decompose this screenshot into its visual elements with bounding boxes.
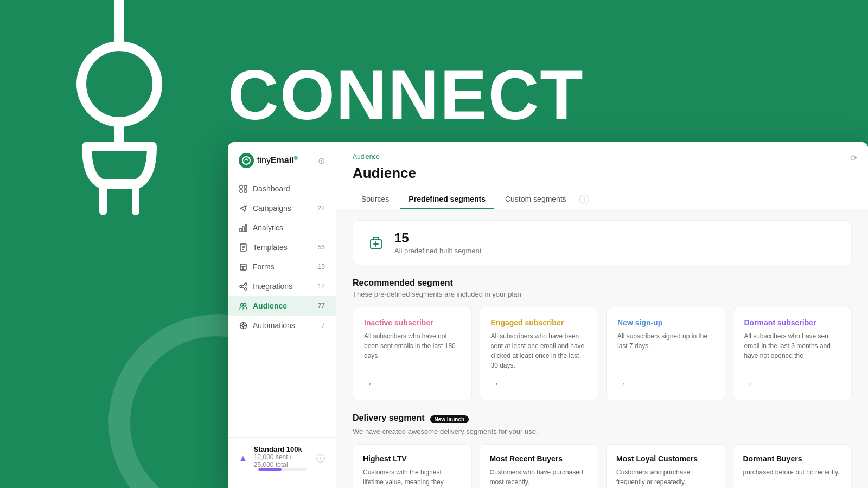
recent-buyers-title: Most Recent Buyers [490, 454, 589, 463]
delivery-subtitle: We have created awesome delivery segment… [353, 427, 852, 435]
tab-predefined[interactable]: Predefined segments [400, 190, 494, 209]
plan-icon: ▲ [239, 453, 247, 463]
svg-line-23 [242, 284, 245, 286]
svg-rect-9 [244, 190, 247, 192]
svg-point-5 [242, 157, 250, 164]
card-signup-title: New sign-up [617, 318, 714, 327]
card-engaged-subscriber[interactable]: Engaged subscriber All subscribers who h… [480, 307, 599, 400]
audience-icon [239, 301, 247, 310]
segment-count-icon [366, 233, 386, 253]
automations-icon [239, 321, 247, 330]
card-most-loyal-customers[interactable]: Most Loyal Customers Customers who purch… [606, 444, 725, 488]
plan-progress-bar [258, 468, 282, 471]
card-inactive-desc: All subscribers who have not been sent e… [364, 331, 461, 370]
logo-text: tinyEmail® [257, 155, 298, 165]
settings-icon[interactable]: ⊙ [318, 156, 325, 166]
main-content: Audience Audience Sources Predefined seg… [336, 142, 868, 488]
ltv-desc: Customers with the highest lifetime valu… [363, 467, 462, 488]
card-inactive-subscriber[interactable]: Inactive subscriber All subscribers who … [353, 307, 472, 400]
plan-progress [258, 468, 307, 471]
segment-count-label: All predefined built segment [394, 247, 481, 255]
plan-info-icon[interactable]: i [316, 454, 325, 463]
forms-label: Forms [253, 262, 275, 271]
sidebar-logo: tinyEmail® ⊙ [228, 153, 336, 179]
content-body: 15 All predefined built segment Recommen… [336, 209, 868, 488]
card-dormant-arrow: → [744, 379, 841, 389]
forms-badge: 19 [318, 263, 325, 271]
background: CONNECT tinyEmail® ⊙ [0, 0, 868, 488]
loyal-desc: Customers who purchase frequently or rep… [616, 467, 715, 487]
campaigns-icon [239, 204, 247, 213]
page-title: Audience [353, 165, 852, 182]
card-engaged-arrow: → [491, 379, 588, 389]
forms-icon [239, 262, 247, 271]
campaigns-badge: 22 [318, 204, 325, 212]
card-highest-ltv[interactable]: Highest LTV Customers with the highest l… [353, 444, 472, 488]
delivery-header: Delivery segment New launch [353, 413, 852, 425]
content-header: Audience Audience Sources Predefined seg… [336, 142, 868, 209]
svg-line-24 [242, 287, 245, 289]
sidebar-item-forms[interactable]: Forms 19 [228, 257, 336, 277]
plan-name: Standard 100k [254, 445, 307, 453]
sidebar-item-templates[interactable]: Templates 56 [228, 237, 336, 257]
dashboard-icon [239, 184, 247, 193]
tab-info-icon[interactable]: i [579, 195, 589, 204]
integrations-icon [239, 282, 247, 291]
integrations-badge: 12 [318, 282, 325, 290]
refresh-icon[interactable]: ⟳ [850, 153, 857, 163]
sidebar-item-campaigns[interactable]: Campaigns 22 [228, 198, 336, 218]
automations-label: Automations [253, 321, 295, 330]
plan-bar: ▲ Standard 100k 12,000 sent / 25,000 tot… [228, 437, 336, 478]
card-dormant-buyers[interactable]: Dormant Buyers purchased before but no r… [733, 444, 852, 488]
templates-badge: 56 [318, 243, 325, 251]
recommended-cards-row: Inactive subscriber All subscribers who … [353, 307, 852, 400]
templates-label: Templates [253, 243, 288, 252]
card-signup-arrow: → [617, 379, 714, 389]
card-dormant-title: Dormant subscriber [744, 318, 841, 327]
breadcrumb: Audience [353, 153, 852, 160]
card-inactive-title: Inactive subscriber [364, 318, 461, 327]
svg-rect-7 [244, 185, 247, 188]
sidebar-item-dashboard[interactable]: Dashboard [228, 179, 336, 198]
svg-rect-12 [245, 225, 247, 232]
card-most-recent-buyers[interactable]: Most Recent Buyers Customers who have pu… [480, 444, 599, 488]
ltv-title: Highest LTV [363, 454, 462, 463]
sidebar: tinyEmail® ⊙ Dashboard Campaigns 22 [228, 142, 336, 488]
logo-icon [239, 153, 254, 168]
card-dormant-desc: All subscribers who have sent email in t… [744, 331, 841, 370]
svg-rect-11 [242, 227, 244, 232]
audience-label: Audience [253, 301, 287, 310]
tabs: Sources Predefined segments Custom segme… [353, 190, 852, 209]
recommended-title: Recommended segment [353, 278, 852, 288]
loyal-title: Most Loyal Customers [616, 454, 715, 463]
svg-rect-6 [240, 185, 242, 188]
card-new-signup[interactable]: New sign-up All subscribers signed up in… [606, 307, 725, 400]
dashboard-label: Dashboard [253, 184, 290, 193]
sidebar-item-automations[interactable]: Automations 7 [228, 316, 336, 335]
automations-badge: 7 [321, 322, 325, 329]
recent-buyers-desc: Customers who have purchased most recent… [490, 467, 589, 487]
svg-point-20 [240, 285, 242, 287]
sidebar-item-audience[interactable]: Audience 77 [228, 296, 336, 316]
sidebar-item-analytics[interactable]: Analytics [228, 218, 336, 237]
plan-sent: 12,000 sent / 25,000 total [254, 453, 307, 468]
svg-point-28 [242, 324, 244, 326]
delivery-title: Delivery segment [353, 413, 425, 423]
svg-point-22 [245, 288, 247, 290]
card-dormant-subscriber[interactable]: Dormant subscriber All subscribers who h… [733, 307, 852, 400]
segment-count-number: 15 [394, 230, 481, 246]
tab-custom[interactable]: Custom segments [496, 190, 575, 209]
campaigns-label: Campaigns [253, 204, 291, 213]
sidebar-item-integrations[interactable]: Integrations 12 [228, 277, 336, 296]
svg-point-21 [245, 283, 247, 285]
svg-point-1 [81, 46, 157, 122]
svg-point-26 [243, 303, 246, 306]
dormant-buyers-desc: purchased before but no recently. [743, 467, 842, 477]
hero-title: CONNECT [228, 54, 584, 136]
svg-rect-10 [240, 228, 241, 232]
card-inactive-arrow: → [364, 379, 461, 389]
integrations-label: Integrations [253, 282, 292, 291]
tab-sources[interactable]: Sources [353, 190, 398, 209]
templates-icon [239, 243, 247, 252]
new-launch-badge: New launch [430, 415, 469, 423]
